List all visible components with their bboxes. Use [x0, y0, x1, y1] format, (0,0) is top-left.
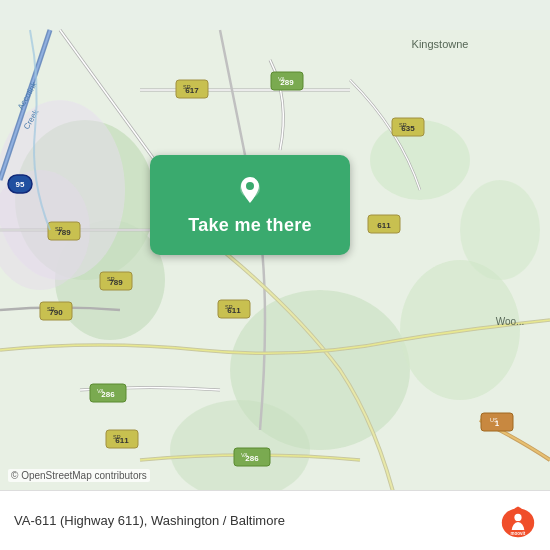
map-container: 617 SR 289 VA 635 SR 789 SR 789 SR 611 S… — [0, 0, 550, 550]
take-me-there-label: Take me there — [188, 215, 312, 236]
svg-text:VA: VA — [241, 452, 248, 458]
svg-text:VA: VA — [278, 76, 285, 82]
svg-text:SR: SR — [183, 84, 191, 90]
svg-text:611: 611 — [377, 221, 391, 230]
svg-text:95: 95 — [16, 180, 25, 189]
location-label: VA-611 (Highway 611), Washington / Balti… — [14, 513, 500, 528]
svg-text:SR: SR — [55, 226, 63, 232]
svg-text:SR: SR — [47, 306, 55, 312]
svg-text:SR: SR — [399, 122, 407, 128]
svg-point-58 — [246, 182, 254, 190]
svg-point-6 — [460, 180, 540, 280]
take-me-there-button[interactable]: Take me there — [150, 155, 350, 255]
svg-text:Woo...: Woo... — [496, 316, 525, 327]
map-background: 617 SR 289 VA 635 SR 789 SR 789 SR 611 S… — [0, 0, 550, 550]
moovit-logo-icon: moovit — [500, 503, 536, 539]
svg-text:moovit: moovit — [511, 531, 526, 536]
copyright-text: © OpenStreetMap contributors — [8, 469, 150, 482]
svg-text:SR: SR — [113, 434, 121, 440]
svg-text:SR: SR — [225, 304, 233, 310]
svg-text:SR: SR — [107, 276, 115, 282]
location-pin-icon — [234, 175, 266, 207]
moovit-logo: moovit — [500, 503, 536, 539]
svg-text:Kingstowne: Kingstowne — [412, 38, 469, 50]
svg-text:US: US — [490, 417, 498, 423]
svg-text:VA: VA — [97, 388, 104, 394]
bottom-bar: VA-611 (Highway 611), Washington / Balti… — [0, 490, 550, 550]
svg-point-60 — [514, 513, 521, 520]
